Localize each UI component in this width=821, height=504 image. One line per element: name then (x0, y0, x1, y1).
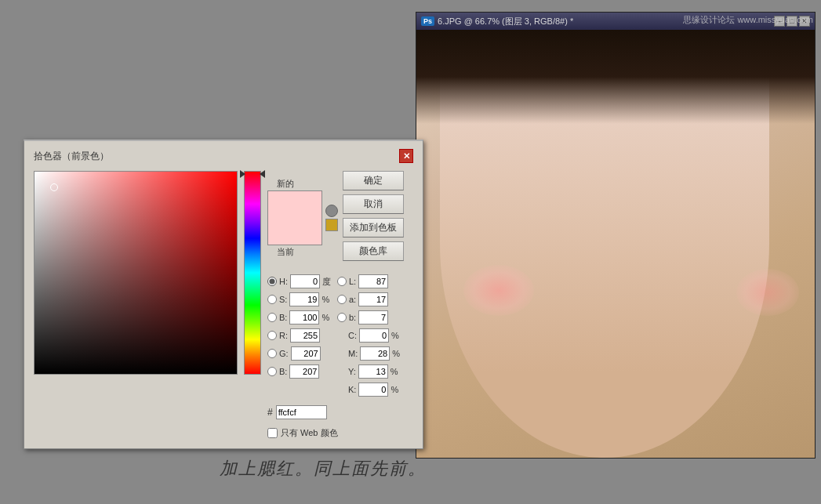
cp-b3-label: b: (349, 313, 356, 322)
cp-body: 新的 当前 确定 取消 添加到色板 颜色库 (34, 171, 413, 439)
cp-ok-btn[interactable]: 确定 (343, 171, 404, 190)
cp-web-row: 只有 Web 颜色 (267, 427, 413, 439)
cp-preview-icons (325, 205, 338, 231)
cp-r-input[interactable] (290, 328, 320, 343)
cp-h-radio[interactable] (267, 277, 277, 286)
cp-web-icon (325, 219, 338, 231)
cp-fields-container: H: 度 S: % B: % (267, 274, 413, 397)
cp-a-input[interactable] (358, 292, 388, 306)
cp-a-row: a: (337, 292, 400, 307)
face-hair (416, 30, 815, 124)
cp-new-label: 新的 (277, 178, 294, 190)
cp-r-row: R: (267, 328, 331, 343)
cp-h-label: H: (279, 277, 288, 286)
cp-g-label: G: (279, 349, 289, 358)
cp-web-checkbox[interactable] (267, 428, 278, 438)
cp-b2-radio[interactable] (267, 367, 277, 376)
cp-fields-left: H: 度 S: % B: % (267, 274, 331, 397)
cp-s-unit: % (321, 295, 329, 304)
cp-web-label: 只有 Web 颜色 (281, 427, 338, 439)
cp-b2-row: B: (267, 364, 331, 379)
cp-b2-label: B: (279, 367, 287, 376)
cp-r-label: R: (279, 331, 288, 340)
cp-hash-input[interactable] (276, 405, 327, 419)
cp-b3-input[interactable] (358, 310, 388, 325)
cp-m-unit: % (392, 349, 400, 358)
cp-close-btn[interactable]: ✕ (399, 149, 413, 163)
blush-left (463, 265, 534, 316)
cp-b-unit: % (321, 313, 329, 322)
cp-l-radio[interactable] (337, 277, 347, 286)
cp-hue-slider[interactable] (244, 171, 261, 375)
cp-gradient-picker[interactable] (34, 171, 238, 375)
cp-hash-row: # (267, 405, 413, 419)
watermark: 思缘设计论坛 www.missyuan.com (683, 14, 813, 26)
cp-y-label: Y: (348, 367, 356, 376)
cp-a-label: a: (349, 295, 356, 304)
color-picker-dialog: 拾色器（前景色） ✕ 新的 当前 (24, 140, 423, 449)
cp-h-input[interactable] (290, 274, 320, 288)
cp-cancel-btn[interactable]: 取消 (343, 194, 404, 214)
cp-color-lib-btn[interactable]: 颜色库 (343, 241, 404, 261)
ps-titlebar-left: Ps 6.JPG @ 66.7% (图层 3, RGB/8#) * (421, 16, 573, 27)
cp-c-row: C: % (337, 328, 400, 343)
cp-m-row: M: % (337, 346, 400, 361)
ps-logo: Ps (421, 16, 434, 26)
cp-s-label: S: (279, 295, 287, 304)
ps-title: 6.JPG @ 66.7% (图层 3, RGB/8#) * (438, 16, 573, 27)
cp-h-unit: 度 (322, 276, 331, 288)
cp-r-radio[interactable] (267, 331, 277, 340)
cp-titlebar: 拾色器（前景色） ✕ (34, 149, 413, 163)
cp-k-unit: % (391, 385, 398, 394)
cp-k-label: K: (348, 385, 356, 394)
cp-new-color-swatch[interactable] (267, 190, 322, 218)
cp-buttons: 确定 取消 添加到色板 颜色库 (343, 171, 404, 261)
cp-add-swatch-btn[interactable]: 添加到色板 (343, 218, 404, 237)
cp-l-label: L: (349, 277, 356, 286)
cp-s-row: S: % (267, 292, 331, 307)
cp-g-row: G: (267, 346, 331, 361)
cp-s-input[interactable] (289, 292, 319, 306)
cp-b3-row: b: (337, 310, 400, 325)
cp-l-input[interactable] (358, 274, 388, 288)
cp-b-row: B: % (267, 310, 331, 325)
cp-alert-icon (325, 205, 338, 217)
cp-b-label: B: (279, 313, 287, 322)
cp-b-input[interactable] (289, 310, 319, 325)
bottom-text: 加上腮红。同上面先前。 (220, 457, 427, 480)
cp-hash-symbol: # (267, 407, 273, 418)
cp-b-radio[interactable] (267, 313, 277, 322)
cp-c-input[interactable] (359, 328, 389, 343)
cp-current-label: 当前 (277, 246, 294, 258)
cp-h-row: H: 度 (267, 274, 331, 289)
cp-y-unit: % (391, 367, 398, 376)
cp-c-label: C: (348, 331, 357, 340)
cp-a-radio[interactable] (337, 295, 347, 304)
cp-hue-arrow-left (240, 170, 245, 178)
cp-b2-input[interactable] (289, 364, 319, 379)
cp-y-input[interactable] (358, 364, 388, 379)
cp-y-row: Y: % (337, 364, 400, 379)
blush-right (736, 269, 799, 316)
ps-canvas (416, 30, 815, 458)
cp-k-row: K: % (337, 382, 400, 397)
cp-m-label: M: (348, 349, 358, 358)
cp-fields-right: L: a: b: C: (337, 274, 400, 397)
cp-k-input[interactable] (358, 383, 388, 397)
cp-preview-row: 新的 当前 确定 取消 添加到色板 颜色库 (267, 171, 413, 264)
cp-b3-radio[interactable] (337, 313, 347, 322)
cp-l-row: L: (337, 274, 400, 289)
cp-g-radio[interactable] (267, 349, 277, 358)
cp-gradient-cursor (50, 183, 58, 191)
cp-s-radio[interactable] (267, 295, 277, 304)
cp-hue-arrow-right (260, 170, 265, 178)
cp-title: 拾色器（前景色） (34, 150, 109, 163)
cp-c-unit: % (391, 331, 399, 340)
cp-m-input[interactable] (360, 346, 390, 361)
cp-right-panel: 新的 当前 确定 取消 添加到色板 颜色库 (267, 171, 413, 439)
cp-current-color-swatch[interactable] (267, 218, 322, 245)
ps-window: Ps 6.JPG @ 66.7% (图层 3, RGB/8#) * ─ □ ✕ (416, 12, 816, 459)
cp-g-input[interactable] (291, 346, 321, 361)
